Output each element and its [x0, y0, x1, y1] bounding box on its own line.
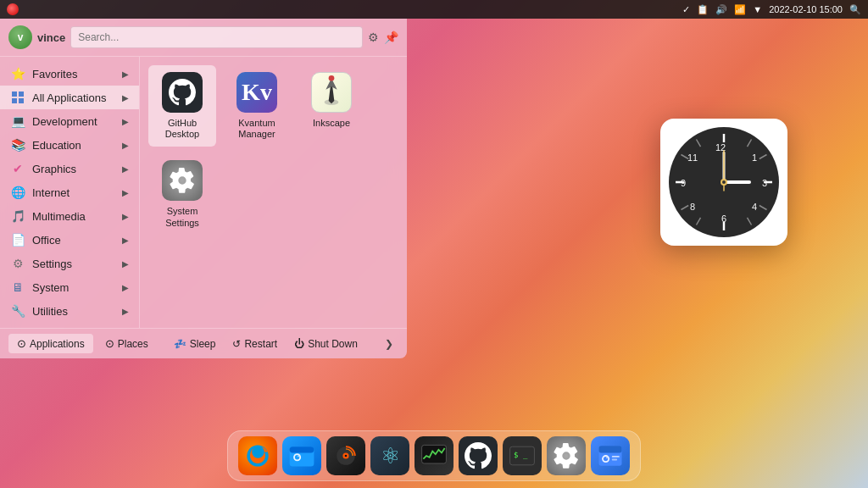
svg-rect-43 — [422, 445, 447, 463]
svg-point-7 — [329, 75, 335, 81]
svg-rect-36 — [290, 446, 314, 452]
wifi-icon[interactable]: 📶 — [734, 4, 746, 15]
sidebar-item-internet[interactable]: 🌐 Internet ▶ — [0, 180, 139, 204]
svg-point-33 — [722, 180, 726, 184]
svg-text:1: 1 — [752, 152, 757, 163]
svg-point-42 — [345, 455, 348, 458]
user-avatar: v — [8, 25, 32, 49]
username-label: vince — [37, 31, 65, 44]
dock-item-activity-monitor[interactable] — [415, 436, 453, 475]
graphics-arrow: ▶ — [122, 164, 129, 174]
more-button[interactable]: ❯ — [380, 335, 398, 353]
settings-icon[interactable]: ⚙ — [368, 30, 379, 44]
favorites-icon: ⭐ — [10, 66, 25, 81]
sidebar-item-settings[interactable]: ⚙ Settings ▶ — [0, 252, 139, 275]
dock-item-terminal[interactable]: $ _ — [503, 436, 542, 475]
svg-text:9: 9 — [681, 178, 686, 188]
app-github-desktop[interactable]: GitHub Desktop — [148, 65, 216, 147]
internet-icon: 🌐 — [10, 185, 25, 200]
top-panel-left — [7, 3, 19, 15]
all-apps-icon — [10, 90, 25, 105]
dock-item-finder[interactable] — [282, 436, 321, 475]
svg-text:3: 3 — [762, 178, 767, 188]
system-settings-icon — [162, 160, 203, 201]
sidebar-item-system[interactable]: 🖥 System ▶ — [0, 275, 139, 299]
education-arrow: ▶ — [122, 141, 129, 150]
svg-rect-51 — [612, 456, 620, 458]
apple-menu-icon[interactable] — [7, 3, 19, 15]
svg-rect-3 — [19, 98, 24, 103]
dock-item-soundcloud[interactable] — [326, 436, 365, 475]
utilities-icon: 🔧 — [10, 303, 25, 319]
volume-icon[interactable]: 🔊 — [715, 4, 727, 15]
app-inkscape[interactable]: Inkscape — [298, 65, 365, 147]
sidebar-item-education[interactable]: 📚 Education ▶ — [0, 133, 139, 157]
sidebar-item-all-applications[interactable]: All Applications ▶ — [0, 86, 139, 109]
svg-text:11: 11 — [687, 152, 698, 163]
tab-applications[interactable]: ⊙ Applications — [8, 334, 93, 353]
kvantum-label: Kvantum Manager — [226, 118, 287, 140]
search-area: v vince ⚙ 📌 — [0, 19, 407, 57]
utilities-label: Utilities — [32, 305, 115, 318]
top-panel: ✓ 📋 🔊 📶 ▼ 2022-02-10 15:00 🔍 — [0, 0, 868, 19]
svg-point-50 — [606, 457, 608, 458]
sidebar-item-office[interactable]: 📄 Office ▶ — [0, 228, 139, 252]
education-label: Education — [32, 139, 115, 152]
start-menu: v vince ⚙ 📌 ⭐ Favorites ▶ All Appli — [0, 19, 407, 358]
svg-rect-2 — [12, 98, 17, 103]
sleep-button[interactable]: 💤 Sleep — [167, 335, 223, 353]
favorites-arrow: ▶ — [122, 69, 129, 79]
desktop: ✓ 📋 🔊 📶 ▼ 2022-02-10 15:00 🔍 v vince ⚙ 📌 — [0, 0, 868, 488]
system-settings-label: System Settings — [152, 206, 213, 228]
svg-text:4: 4 — [752, 202, 757, 212]
clock-widget: 12 1 3 4 6 8 9 11 — [660, 119, 787, 246]
tab-places[interactable]: ⊙ Places — [97, 334, 157, 353]
dock-item-atom[interactable]: ⚛ — [370, 436, 409, 475]
github-desktop-icon — [162, 72, 203, 113]
applications-tab-icon: ⊙ — [17, 337, 26, 350]
dock-item-finder2[interactable] — [591, 436, 630, 475]
restart-button[interactable]: ↺ Restart — [225, 335, 284, 353]
app-kvantum[interactable]: Kv Kvantum Manager — [223, 65, 291, 147]
applications-tab-label: Applications — [30, 338, 85, 350]
shutdown-icon: ⏻ — [294, 338, 304, 350]
pin-icon[interactable]: 📌 — [384, 30, 398, 44]
svg-text:6: 6 — [721, 214, 726, 224]
dock: ⚛ $ _ — [227, 430, 641, 481]
system-icon: 🖥 — [10, 280, 25, 295]
settings-label: Settings — [32, 258, 115, 270]
clipboard-icon[interactable]: 📋 — [697, 4, 709, 15]
menu-bottom-bar: ⊙ Applications ⊙ Places 💤 Sleep ↺ Restar… — [0, 328, 407, 358]
search-input[interactable] — [70, 26, 363, 48]
shutdown-button[interactable]: ⏻ Shut Down — [287, 335, 364, 353]
svg-point-39 — [298, 456, 299, 458]
battery-icon[interactable]: ▼ — [753, 4, 762, 14]
graphics-label: Graphics — [32, 163, 115, 175]
dock-item-github[interactable] — [459, 436, 498, 475]
svg-rect-47 — [599, 446, 622, 452]
menu-body: ⭐ Favorites ▶ All Applications ▶ 💻 Devel… — [0, 57, 407, 328]
internet-label: Internet — [32, 186, 115, 199]
sidebar-item-favorites[interactable]: ⭐ Favorites ▶ — [0, 62, 139, 86]
sidebar-item-utilities[interactable]: 🔧 Utilities ▶ — [0, 299, 139, 323]
github-desktop-label: GitHub Desktop — [152, 118, 213, 140]
sidebar-item-development[interactable]: 💻 Development ▶ — [0, 109, 139, 133]
dock-item-firefox[interactable] — [238, 436, 277, 475]
svg-rect-1 — [19, 92, 24, 97]
system-arrow: ▶ — [122, 283, 129, 292]
development-label: Development — [32, 115, 115, 128]
dock-item-system-prefs[interactable] — [547, 436, 586, 475]
kvantum-icon: Kv — [236, 72, 277, 113]
sidebar-item-multimedia[interactable]: 🎵 Multimedia ▶ — [0, 204, 139, 228]
datetime-display: 2022-02-10 15:00 — [769, 4, 843, 14]
sidebar-item-graphics[interactable]: ✔ Graphics ▶ — [0, 157, 139, 180]
multimedia-icon: 🎵 — [10, 208, 25, 224]
clock-svg: 12 1 3 4 6 8 9 11 — [669, 127, 779, 237]
office-label: Office — [32, 234, 115, 247]
places-tab-icon: ⊙ — [105, 337, 114, 350]
search-icon[interactable]: 🔍 — [849, 4, 861, 15]
check-icon: ✓ — [682, 4, 690, 15]
app-system-settings[interactable]: System Settings — [148, 153, 216, 235]
app-grid: GitHub Desktop Kv Kvantum Manager — [140, 57, 407, 328]
menu-sidebar: ⭐ Favorites ▶ All Applications ▶ 💻 Devel… — [0, 57, 140, 328]
